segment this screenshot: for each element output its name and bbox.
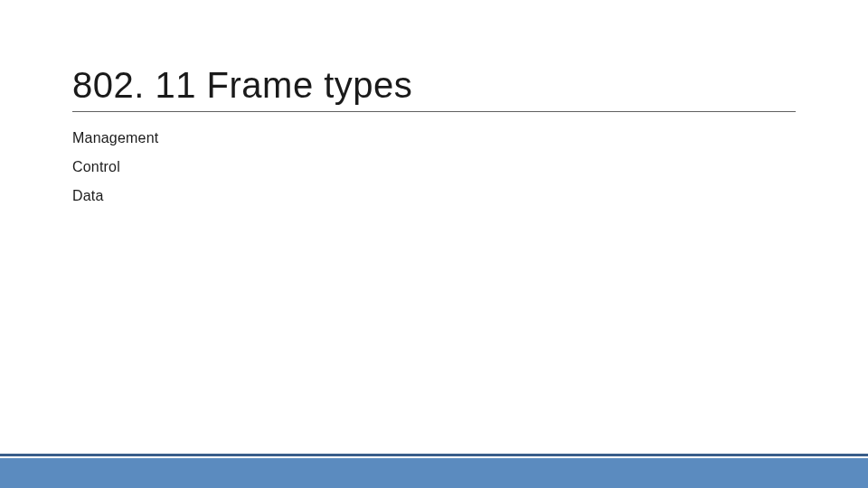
slide-title: 802. 11 Frame types [72,65,796,111]
list-item: Data [72,188,796,204]
footer-bar [0,454,868,488]
footer-main-bar [0,458,868,488]
list-item: Control [72,159,796,175]
title-underline [72,111,796,112]
list-item: Management [72,130,796,146]
slide: 802. 11 Frame types Management Control D… [0,0,868,488]
